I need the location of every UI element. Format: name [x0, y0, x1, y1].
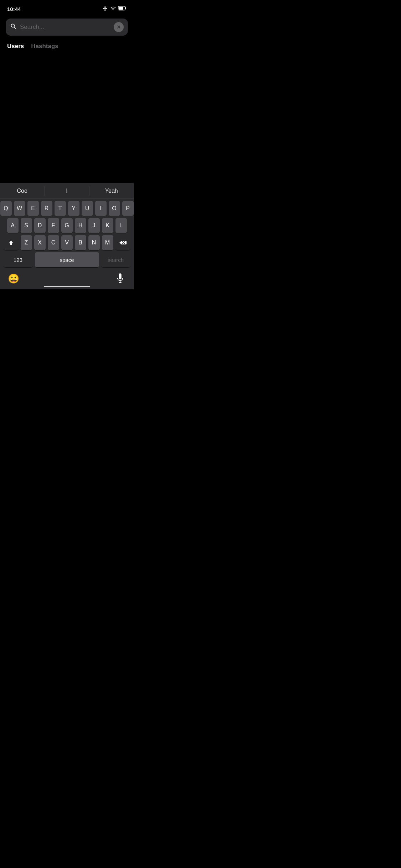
key-i[interactable]: I: [95, 201, 107, 216]
tab-users[interactable]: Users: [7, 43, 24, 51]
key-c[interactable]: C: [48, 235, 59, 250]
key-y[interactable]: Y: [68, 201, 79, 216]
svg-rect-2: [118, 7, 123, 10]
autocomplete-item-i[interactable]: I: [45, 183, 89, 198]
emoji-button[interactable]: 😀: [7, 272, 20, 285]
content-area: [0, 57, 134, 157]
keyboard-content: Q W E R T Y U I O P A S D F G H J K L: [0, 199, 134, 271]
key-row-3: Z X C V B N M: [1, 235, 132, 250]
microphone-icon: [116, 273, 124, 284]
home-indicator-bar: [44, 286, 90, 287]
status-time: 10:44: [7, 6, 21, 12]
status-icons: [102, 5, 127, 12]
space-key[interactable]: space: [35, 252, 99, 267]
key-m[interactable]: M: [102, 235, 113, 250]
bottom-accessory: 😀: [0, 271, 134, 286]
key-p[interactable]: P: [122, 201, 134, 216]
backspace-key[interactable]: [115, 235, 130, 250]
autocomplete-item-coo[interactable]: Coo: [0, 183, 44, 198]
key-x[interactable]: X: [34, 235, 46, 250]
key-v[interactable]: V: [61, 235, 73, 250]
key-s[interactable]: S: [21, 218, 32, 233]
key-l[interactable]: L: [115, 218, 127, 233]
key-w[interactable]: W: [14, 201, 25, 216]
key-a[interactable]: A: [7, 218, 19, 233]
key-row-4: 123 space search: [1, 252, 132, 267]
key-r[interactable]: R: [41, 201, 52, 216]
status-bar: 10:44: [0, 0, 134, 16]
airplane-icon: [102, 5, 108, 12]
svg-rect-3: [119, 273, 121, 279]
emoji-icon: 😀: [8, 273, 19, 284]
search-key[interactable]: search: [101, 252, 130, 267]
autocomplete-bar: Coo I Yeah: [0, 183, 134, 199]
key-n[interactable]: N: [88, 235, 100, 250]
wifi-icon: [110, 6, 116, 12]
key-k[interactable]: K: [102, 218, 113, 233]
key-row-2: A S D F G H J K L: [1, 218, 132, 233]
battery-icon: [118, 6, 127, 12]
clear-button[interactable]: ✕: [114, 22, 124, 32]
key-row-1: Q W E R T Y U I O P: [1, 201, 132, 216]
key-d[interactable]: D: [34, 218, 46, 233]
search-bar-container: ✕: [0, 16, 134, 40]
search-icon: [10, 23, 17, 32]
key-u[interactable]: U: [82, 201, 93, 216]
search-bar[interactable]: ✕: [6, 19, 128, 36]
tabs-container: Users Hashtags: [0, 40, 134, 57]
tab-hashtags[interactable]: Hashtags: [31, 43, 58, 51]
key-q[interactable]: Q: [0, 201, 12, 216]
mic-button[interactable]: [114, 272, 127, 285]
key-t[interactable]: T: [55, 201, 66, 216]
key-g[interactable]: G: [61, 218, 73, 233]
keyboard: Coo I Yeah Q W E R T Y U I O P A S D: [0, 183, 134, 289]
key-e[interactable]: E: [27, 201, 39, 216]
key-f[interactable]: F: [48, 218, 59, 233]
key-o[interactable]: O: [109, 201, 120, 216]
svg-rect-1: [125, 7, 126, 9]
key-z[interactable]: Z: [21, 235, 32, 250]
key-b[interactable]: B: [75, 235, 86, 250]
shift-key[interactable]: [4, 235, 19, 250]
autocomplete-item-yeah[interactable]: Yeah: [89, 183, 134, 198]
clear-icon: ✕: [117, 25, 121, 30]
key-h[interactable]: H: [75, 218, 86, 233]
numbers-key[interactable]: 123: [4, 252, 33, 267]
search-input[interactable]: [20, 24, 111, 31]
key-j[interactable]: J: [88, 218, 100, 233]
home-indicator: [0, 286, 134, 289]
